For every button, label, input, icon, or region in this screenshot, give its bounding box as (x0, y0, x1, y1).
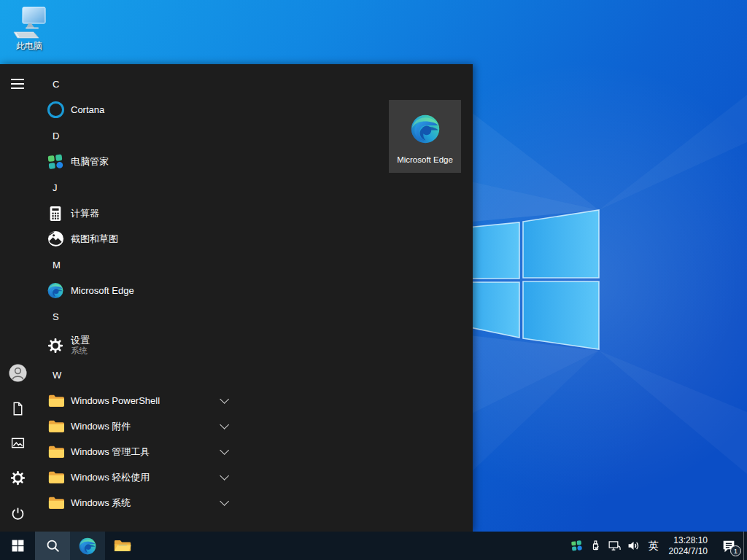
user-avatar (8, 363, 28, 383)
chevron-down-icon (220, 446, 229, 455)
edge-icon (78, 537, 97, 556)
folder-icon (47, 418, 64, 435)
chevron-down-icon (220, 471, 229, 481)
start-section-header-w[interactable]: W (35, 362, 238, 388)
start-menu-rail (0, 64, 35, 532)
windows-logo-icon (11, 539, 25, 553)
ime-indicator[interactable]: 英 (643, 532, 664, 560)
start-app-snip-sketch[interactable]: 截图和草图 (35, 226, 238, 252)
pictures-icon (10, 435, 26, 451)
folder-icon (47, 494, 64, 512)
tile-label: Microsoft Edge (397, 155, 453, 164)
start-folder-windows-system[interactable]: Windows 系统 (35, 490, 238, 516)
system-tray: 英 13:28:10 2024/7/10 1 (568, 532, 747, 560)
clock-time: 13:28:10 (669, 535, 708, 546)
start-folder-windows-ease-of-access[interactable]: Windows 轻松使用 (35, 464, 238, 490)
start-section-header-j[interactable]: J (35, 174, 238, 201)
documents-icon (10, 401, 26, 416)
start-tile-microsoft-edge[interactable]: Microsoft Edge (389, 100, 461, 173)
folder-icon (47, 469, 64, 486)
pc-manager-icon (47, 153, 64, 171)
chevron-down-icon (220, 420, 229, 429)
start-menu-panel: C Cortana D 电脑管家 J (0, 64, 473, 532)
settings-gear-icon (10, 470, 26, 486)
start-app-calculator[interactable]: 计算器 (35, 201, 238, 226)
taskbar: 英 13:28:10 2024/7/10 1 (0, 532, 747, 560)
edge-icon (409, 113, 441, 145)
chevron-down-icon (220, 394, 229, 404)
documents-button[interactable] (0, 394, 35, 423)
edge-icon (47, 282, 64, 300)
taskbar-search-button[interactable] (35, 532, 70, 560)
snip-sketch-icon (47, 230, 64, 248)
power-button[interactable] (0, 499, 35, 528)
settings-subtitle: 系统 (71, 346, 90, 357)
settings-gear-icon (47, 337, 64, 354)
user-account-button[interactable] (0, 358, 35, 387)
calculator-icon (47, 205, 64, 222)
taskbar-edge-button[interactable] (70, 532, 105, 560)
start-app-pc-manager[interactable]: 电脑管家 (35, 149, 238, 174)
network-icon[interactable] (605, 532, 624, 560)
desktop-icon-label: 此电脑 (16, 40, 42, 52)
chevron-down-icon (220, 497, 229, 506)
usb-icon[interactable] (587, 532, 605, 560)
clock-date: 2024/7/10 (669, 546, 708, 557)
start-app-list: C Cortana D 电脑管家 J (35, 71, 238, 516)
pictures-button[interactable] (0, 428, 35, 457)
start-app-microsoft-edge[interactable]: Microsoft Edge (35, 278, 238, 303)
start-app-cortana[interactable]: Cortana (35, 97, 238, 122)
taskbar-file-explorer-button[interactable] (105, 532, 140, 560)
start-section-header-s[interactable]: S (35, 303, 238, 330)
volume-icon[interactable] (624, 532, 643, 560)
this-pc-icon (12, 6, 47, 39)
desktop-icon-this-pc[interactable]: 此电脑 (7, 6, 51, 52)
start-folder-windows-powershell[interactable]: Windows PowerShell (35, 388, 238, 413)
notification-badge: 1 (730, 545, 741, 556)
start-section-header-m[interactable]: M (35, 252, 238, 278)
start-folder-windows-admin-tools[interactable]: Windows 管理工具 (35, 439, 238, 464)
folder-icon (47, 443, 64, 461)
search-icon (45, 538, 61, 553)
hamburger-icon (11, 79, 24, 89)
action-center-button[interactable]: 1 (714, 532, 743, 560)
start-button[interactable] (0, 532, 35, 560)
taskbar-clock[interactable]: 13:28:10 2024/7/10 (664, 532, 714, 560)
pc-manager-tray-icon[interactable] (568, 532, 587, 560)
expand-menu-button[interactable] (0, 69, 35, 98)
folder-icon (47, 392, 64, 410)
power-icon (10, 506, 26, 521)
start-app-settings[interactable]: 设置 系统 (35, 330, 238, 362)
start-section-header-d[interactable]: D (35, 122, 238, 149)
show-desktop-button[interactable] (743, 532, 747, 560)
settings-button[interactable] (0, 463, 35, 492)
file-explorer-icon (113, 537, 132, 556)
start-section-header-c[interactable]: C (35, 71, 238, 97)
cortana-icon (47, 101, 64, 119)
start-folder-windows-accessories[interactable]: Windows 附件 (35, 413, 238, 439)
